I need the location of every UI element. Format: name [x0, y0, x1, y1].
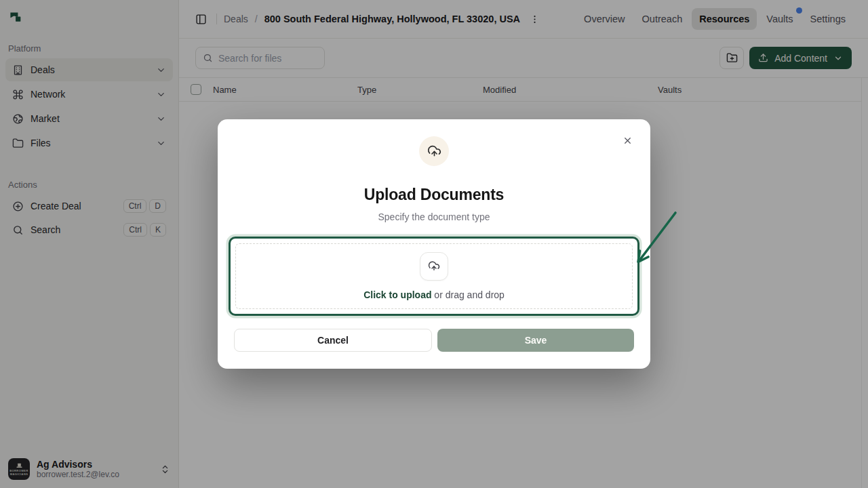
dropzone-text: Click to upload or drag and drop — [363, 289, 505, 300]
hero-circle — [419, 136, 449, 166]
cancel-button[interactable]: Cancel — [234, 329, 432, 352]
dropzone-secondary-text: or drag and drop — [431, 289, 504, 300]
save-button[interactable]: Save — [437, 329, 634, 352]
modal-subtitle: Specify the document type — [218, 211, 650, 222]
file-dropzone[interactable]: Click to upload or drag and drop — [229, 237, 639, 316]
modal-title: Upload Documents — [218, 186, 650, 204]
upload-chip — [420, 252, 448, 281]
cloud-upload-icon — [428, 260, 440, 272]
cloud-upload-icon — [427, 144, 441, 159]
upload-documents-modal: Upload Documents Specify the document ty… — [218, 119, 650, 369]
modal-footer: Cancel Save — [234, 329, 634, 352]
dropzone-primary-text: Click to upload — [363, 289, 431, 300]
modal-hero — [218, 136, 650, 166]
